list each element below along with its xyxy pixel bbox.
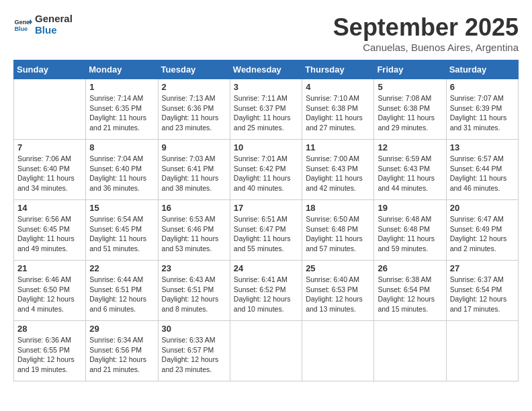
- cell-info-line: Sunset: 6:38 PM: [306, 103, 370, 113]
- cell-info-line: Sunrise: 6:50 AM: [306, 214, 370, 224]
- cell-info-line: Sunrise: 6:46 AM: [17, 275, 82, 285]
- cell-info-line: Sunset: 6:50 PM: [17, 285, 82, 295]
- cell-info-line: Sunrise: 6:40 AM: [306, 275, 370, 285]
- cell-info-line: Sunrise: 6:57 AM: [450, 154, 515, 164]
- cell-info-line: Sunrise: 6:38 AM: [378, 275, 442, 285]
- cell-w5-d2: 30Sunrise: 6:33 AMSunset: 6:57 PMDayligh…: [158, 321, 230, 381]
- cell-w5-d3: [230, 321, 302, 381]
- cell-info-line: Sunset: 6:37 PM: [234, 103, 298, 113]
- cell-info-line: Daylight: 11 hours: [89, 173, 154, 183]
- day-number: 2: [162, 82, 226, 92]
- cell-info-line: Sunset: 6:40 PM: [17, 164, 82, 174]
- cell-info-line: Daylight: 11 hours: [378, 113, 442, 123]
- cell-info-line: Sunset: 6:48 PM: [378, 224, 442, 234]
- cell-info-line: and 17 minutes.: [450, 304, 515, 314]
- cell-w3-d5: 19Sunrise: 6:48 AMSunset: 6:48 PMDayligh…: [374, 200, 446, 261]
- cell-info-line: Sunset: 6:40 PM: [89, 164, 154, 174]
- day-number: 30: [162, 324, 226, 334]
- day-number: 4: [306, 82, 370, 92]
- cell-info-line: Daylight: 12 hours: [89, 355, 154, 365]
- cell-info-line: and 59 minutes.: [378, 244, 442, 254]
- cell-w4-d3: 24Sunrise: 6:41 AMSunset: 6:52 PMDayligh…: [230, 261, 302, 321]
- cell-w1-d6: 6Sunrise: 7:07 AMSunset: 6:39 PMDaylight…: [446, 79, 518, 140]
- col-tuesday: Tuesday: [158, 60, 230, 79]
- page-header: General Blue General Blue September 2025…: [13, 13, 519, 53]
- cell-info-line: and 42 minutes.: [306, 183, 370, 193]
- cell-info-line: Daylight: 11 hours: [162, 173, 226, 183]
- cell-w1-d0: [14, 79, 86, 140]
- day-number: 29: [89, 324, 154, 334]
- cell-info-line: Sunrise: 6:53 AM: [162, 214, 226, 224]
- cell-w5-d6: [446, 321, 518, 381]
- cell-info-line: and 31 minutes.: [450, 123, 515, 133]
- cell-info-line: Daylight: 11 hours: [89, 113, 154, 123]
- cell-info-line: Sunset: 6:35 PM: [89, 103, 154, 113]
- cell-info-line: Sunset: 6:51 PM: [89, 285, 154, 295]
- cell-info-line: and 10 minutes.: [234, 304, 298, 314]
- cell-info-line: Sunset: 6:46 PM: [162, 224, 226, 234]
- cell-info-line: Sunrise: 6:59 AM: [378, 154, 442, 164]
- cell-w5-d4: [302, 321, 374, 381]
- cell-info-line: and 53 minutes.: [162, 244, 226, 254]
- cell-info-line: Daylight: 11 hours: [450, 113, 515, 123]
- day-number: 24: [234, 263, 298, 273]
- cell-info-line: Sunset: 6:55 PM: [17, 345, 82, 355]
- cell-info-line: Daylight: 11 hours: [17, 173, 82, 183]
- cell-w2-d0: 7Sunrise: 7:06 AMSunset: 6:40 PMDaylight…: [14, 140, 86, 200]
- cell-info-line: Sunrise: 6:34 AM: [89, 335, 154, 345]
- svg-text:Blue: Blue: [14, 26, 28, 32]
- cell-info-line: Sunrise: 6:51 AM: [234, 214, 298, 224]
- col-wednesday: Wednesday: [230, 60, 302, 79]
- col-friday: Friday: [374, 60, 446, 79]
- cell-info-line: and 40 minutes.: [234, 183, 298, 193]
- week-row-2: 7Sunrise: 7:06 AMSunset: 6:40 PMDaylight…: [14, 140, 519, 200]
- cell-info-line: Sunset: 6:45 PM: [89, 224, 154, 234]
- cell-info-line: Sunset: 6:41 PM: [162, 164, 226, 174]
- cell-info-line: Daylight: 12 hours: [162, 294, 226, 304]
- cell-info-line: and 21 minutes.: [89, 365, 154, 375]
- cell-info-line: Sunrise: 6:37 AM: [450, 275, 515, 285]
- cell-info-line: Daylight: 11 hours: [306, 173, 370, 183]
- col-monday: Monday: [86, 60, 158, 79]
- calendar-body: 1Sunrise: 7:14 AMSunset: 6:35 PMDaylight…: [14, 79, 519, 381]
- cell-info-line: Sunrise: 7:04 AM: [89, 154, 154, 164]
- cell-info-line: Sunrise: 7:11 AM: [234, 93, 298, 103]
- cell-w3-d1: 15Sunrise: 6:54 AMSunset: 6:45 PMDayligh…: [86, 200, 158, 261]
- day-number: 10: [234, 142, 298, 152]
- cell-info-line: Daylight: 11 hours: [234, 234, 298, 244]
- cell-info-line: Daylight: 12 hours: [89, 294, 154, 304]
- col-sunday: Sunday: [14, 60, 86, 79]
- cell-info-line: Daylight: 11 hours: [17, 234, 82, 244]
- cell-w2-d4: 11Sunrise: 7:00 AMSunset: 6:43 PMDayligh…: [302, 140, 374, 200]
- cell-info-line: and 44 minutes.: [378, 183, 442, 193]
- cell-info-line: and 36 minutes.: [89, 183, 154, 193]
- cell-info-line: Sunset: 6:48 PM: [306, 224, 370, 234]
- day-number: 14: [17, 203, 82, 213]
- cell-info-line: Sunrise: 6:36 AM: [17, 335, 82, 345]
- cell-w3-d2: 16Sunrise: 6:53 AMSunset: 6:46 PMDayligh…: [158, 200, 230, 261]
- day-number: 28: [17, 324, 82, 334]
- location-subtitle: Canuelas, Buenos Aires, Argentina: [333, 42, 519, 53]
- cell-info-line: and 2 minutes.: [450, 244, 515, 254]
- cell-info-line: and 23 minutes.: [162, 365, 226, 375]
- cell-info-line: Sunset: 6:42 PM: [234, 164, 298, 174]
- cell-info-line: and 55 minutes.: [234, 244, 298, 254]
- day-number: 19: [378, 203, 442, 213]
- cell-info-line: and 13 minutes.: [306, 304, 370, 314]
- cell-w1-d3: 3Sunrise: 7:11 AMSunset: 6:37 PMDaylight…: [230, 79, 302, 140]
- day-number: 6: [450, 82, 515, 92]
- cell-w1-d4: 4Sunrise: 7:10 AMSunset: 6:38 PMDaylight…: [302, 79, 374, 140]
- cell-info-line: Sunset: 6:49 PM: [450, 224, 515, 234]
- day-number: 20: [450, 203, 515, 213]
- title-block: September 2025 Canuelas, Buenos Aires, A…: [333, 13, 519, 53]
- cell-info-line: Daylight: 12 hours: [450, 234, 515, 244]
- cell-w5-d0: 28Sunrise: 6:36 AMSunset: 6:55 PMDayligh…: [14, 321, 86, 381]
- cell-info-line: Sunset: 6:38 PM: [378, 103, 442, 113]
- cell-info-line: Sunset: 6:47 PM: [234, 224, 298, 234]
- day-number: 25: [306, 263, 370, 273]
- cell-info-line: and 23 minutes.: [162, 123, 226, 133]
- day-number: 3: [234, 82, 298, 92]
- calendar-table: Sunday Monday Tuesday Wednesday Thursday…: [13, 60, 519, 381]
- days-of-week-row: Sunday Monday Tuesday Wednesday Thursday…: [14, 60, 519, 79]
- cell-info-line: Sunset: 6:51 PM: [162, 285, 226, 295]
